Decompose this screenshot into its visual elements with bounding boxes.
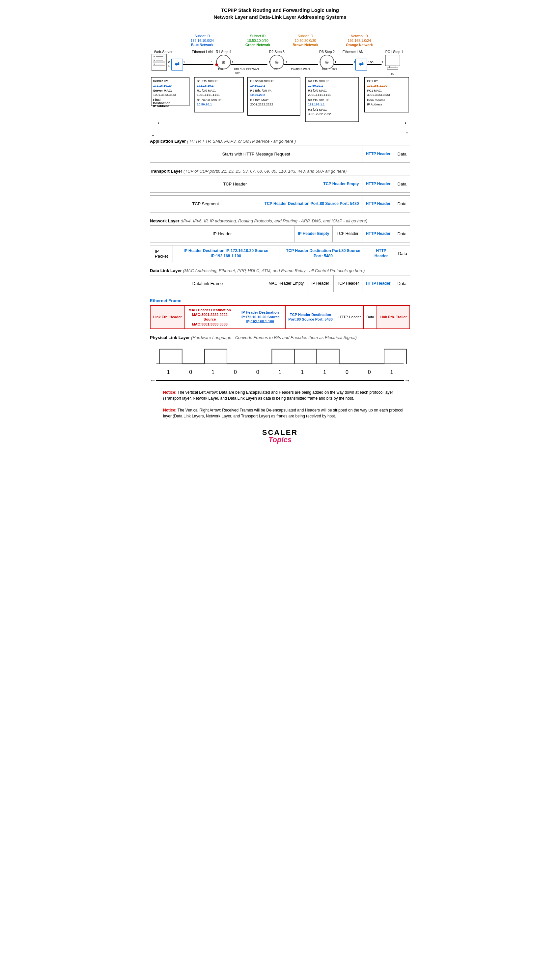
page-title: TCP/IP Stack Routing and Forwarding Logi… [150,7,410,20]
tcp-segment-main: TCP Segment [150,196,261,212]
svg-text:f0/1: f0/1 [332,68,337,71]
svg-text:e0: e0 [391,72,394,75]
svg-text:f0/0: f0/0 [274,68,279,71]
svg-rect-67 [389,66,396,68]
ip-packet-tcp-cell: TCP Header Destination Port:80 Source Po… [279,246,367,262]
app-main-cell: Starts with HTTP Message Request [150,146,362,163]
notice2: Notice: The Vertical Right Arrow: Receiv… [160,407,410,419]
svg-text:2: 2 [354,60,355,64]
svg-text:Orange Network: Orange Network [346,43,373,47]
svg-text:172.16.10.0/24: 172.16.10.0/24 [191,39,214,42]
svg-text:1: 1 [335,60,336,64]
svg-text:Green Network: Green Network [246,43,270,47]
network-layer: Network Layer (IPv4, IPv6, IP, IP addres… [150,218,410,262]
svg-text:Brown Network: Brown Network [293,43,318,47]
svg-point-19 [154,64,155,65]
svg-text:10.50.20.1: 10.50.20.1 [308,84,323,87]
svg-text:R2 Eth. f0/0 IP:: R2 Eth. f0/0 IP: [250,89,272,92]
svg-text:R3 Eth. f0/1 IP:: R3 Eth. f0/1 IP: [308,98,329,102]
svg-text:R3  Step 2: R3 Step 2 [319,50,335,54]
svg-text:.2: .2 [285,60,287,64]
application-row1: Starts with HTTP Message Request HTTP He… [150,146,410,163]
svg-text:1: 1 [183,60,185,64]
svg-text:172.16.10.1: 172.16.10.1 [197,84,214,87]
svg-text:⊕: ⊕ [325,59,329,65]
application-layer-title: Application Layer ( HTTP, FTP, SMB, POP3… [150,139,410,144]
ip-tcp-cell: TCP Header [333,226,362,242]
svg-text:2001.1111.1111: 2001.1111.1111 [308,93,331,96]
datalink-http-cell: HTTP Header [362,275,394,292]
svg-text:R1  Step 4: R1 Step 4 [216,50,231,54]
network-row1: IP Header IP Header Empty TCP Header HTT… [150,225,410,243]
svg-text:172.16.10.20: 172.16.10.20 [153,84,172,87]
ip-packet-main: IP Packet [150,246,173,262]
svg-text:R3 Eth. f0/0 IP:: R3 Eth. f0/0 IP: [308,79,329,83]
ip-packet-ip-cell: IP Header Destination IP:172.16.10.20 So… [173,246,279,262]
svg-text:PC1 IP:: PC1 IP: [367,79,378,83]
datalink-row1: DataLink Frame MAC Header Empty IP Heade… [150,275,410,292]
ethernet-frame-title: Ethernet Frame [150,298,410,303]
svg-text:⊕: ⊕ [221,59,226,65]
svg-text:Network ID: Network ID [351,34,368,38]
eth-tcp-header: TCP Header Destination Port:80 Source Po… [286,306,336,329]
transport-row1: TCP Header TCP Header Empty HTTP Header … [150,176,410,193]
eth-link-header: Link Eth. Header [151,306,185,329]
svg-text:10.50.20.2: 10.50.20.2 [250,93,265,96]
signal-bits-labels: 1 0 1 0 0 1 1 1 0 0 1 [150,369,410,375]
datalink-tcp-cell: TCP Header [334,275,362,292]
svg-text:R1 Serial s0/0 IP:: R1 Serial s0/0 IP: [197,98,222,102]
down-arrow-indicator: ↓ [151,130,155,137]
tcp-segment-data-cell: Data [394,196,410,212]
svg-text:Server MAC:: Server MAC: [153,89,172,92]
tcp-http-cell: HTTP Header [362,176,394,192]
svg-text:192.168.1.100: 192.168.1.100 [367,84,387,87]
svg-text:HDLC or PPP WAN: HDLC or PPP WAN [234,68,259,71]
svg-text:10.50.10.0/30: 10.50.10.0/30 [247,39,269,42]
svg-text:R1 f0/0 MAC:: R1 f0/0 MAC: [197,89,216,92]
ip-http-cell: HTTP Header [362,226,394,242]
datalink-ip-cell: IP Header [307,275,334,292]
transport-layer: Transport Layer (TCP or UDP ports: 21, 2… [150,169,410,213]
svg-text:1001.3333.3333: 1001.3333.3333 [153,93,176,96]
physical-layer: Physical Link Layer (Hardware Language -… [150,335,410,384]
svg-text:EoMPLS WAN: EoMPLS WAN [291,68,310,71]
svg-text:↕: ↕ [177,60,178,63]
svg-point-18 [154,60,155,61]
tcp-segment-tcp-cell: TCP Header Destination Port:80 Source Po… [261,196,363,212]
physical-layer-title: Physical Link Layer (Hardware Language -… [150,335,410,340]
svg-text:.1: .1 [231,60,234,64]
svg-text:10.50.20.0/30: 10.50.20.0/30 [295,39,316,42]
notice1: Notice: The vertical Left Arrow: Data ar… [160,389,410,401]
tcp-header-main: TCP Header [150,176,320,192]
ip-packet-http-cell: HTTP Header [367,246,396,262]
datalink-mac-empty: MAC Header Empty [265,275,307,292]
svg-text:3001.2222.2222: 3001.2222.2222 [308,112,331,116]
svg-text:PC1 Step 1: PC1 Step 1 [386,50,403,54]
app-http-cell: HTTP Header [362,146,394,163]
scaler-logo: SCALER Topics [150,429,410,443]
svg-text:R2 serial s0/0 IP:: R2 serial s0/0 IP: [250,79,274,83]
ip-packet-data-cell: Data [395,246,410,262]
svg-rect-66 [386,55,400,66]
notices-section: Notice: The vertical Left Arrow: Data ar… [150,389,410,419]
svg-text:1: 1 [381,60,383,64]
svg-text:Subnet ID: Subnet ID [250,34,265,38]
horizontal-arrow: ← → [150,377,410,384]
svg-text:R2  Step 3: R2 Step 3 [269,50,285,54]
eth-http: HTTP Header [336,306,364,329]
svg-text:R1 Eth. f0/0 IP:: R1 Eth. f0/0 IP: [197,79,218,83]
svg-text:Web-Server: Web-Server [154,50,173,54]
eth-ip-header: IP Header Destination IP:172.16.10.20 So… [235,306,286,329]
signal-diagram [150,343,410,369]
svg-text:IP Address: IP Address [153,104,170,108]
network-row2: IP Packet IP Header Destination IP:172.1… [150,245,410,262]
svg-text:Initial Source: Initial Source [367,98,386,102]
ip-empty-cell: IP Header Empty [295,226,333,242]
tcp-segment-http-cell: HTTP Header [362,196,394,212]
svg-text:.100: .100 [367,60,374,64]
svg-text:3001.3333.3333: 3001.3333.3333 [367,93,390,96]
topics-text: Topics [150,436,410,443]
ip-header-main: IP Header [150,226,295,242]
network-diagram: Subnet ID 172.16.10.0/24 Blue Network Su… [150,30,410,130]
datalink-layer-title: Data Link Layer (MAC Addressing, Etherne… [150,268,410,273]
